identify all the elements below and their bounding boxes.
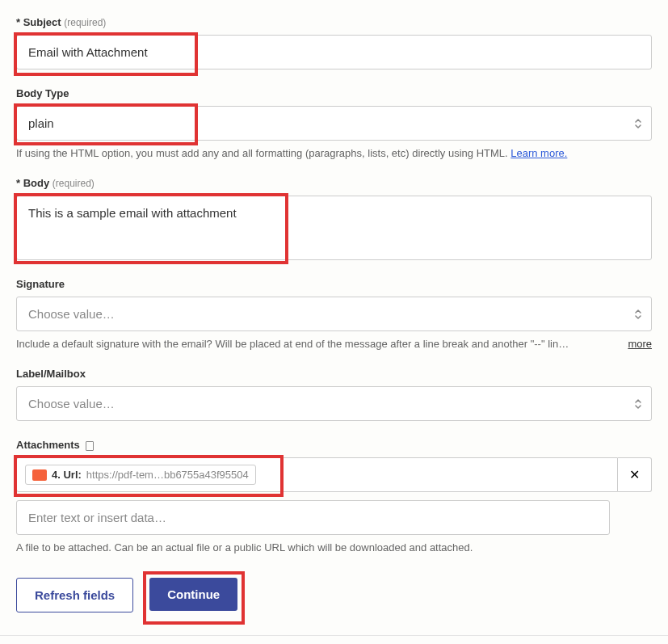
attachments-label: Attachments — [16, 439, 652, 451]
attachments-field-group: Attachments 4. Url: https://pdf-tem…bb67… — [16, 439, 652, 554]
signature-select[interactable]: Choose value… — [16, 297, 652, 331]
required-hint: (required) — [53, 178, 95, 189]
body-type-select[interactable]: plain — [16, 106, 652, 141]
signature-label: Signature — [16, 278, 652, 290]
continue-button[interactable]: Continue — [149, 578, 237, 611]
attachment-pill-prefix: 4. Url: — [52, 469, 82, 481]
body-type-help: If using the HTML option, you must add a… — [16, 147, 652, 159]
signature-help-row: Include a default signature with the ema… — [16, 338, 652, 350]
required-asterisk: * — [16, 177, 20, 189]
body-label-text: Body — [23, 177, 50, 189]
label-mailbox-select-wrapper: Choose value… — [16, 386, 652, 421]
attachment-pill[interactable]: 4. Url: https://pdf-tem…bb6755a43f95504 — [25, 465, 256, 485]
subject-field-group: * Subject (required) Email with Attachme… — [16, 16, 652, 69]
refresh-fields-button[interactable]: Refresh fields — [16, 578, 133, 612]
required-hint: (required) — [64, 17, 106, 28]
subject-label: * Subject (required) — [16, 16, 652, 28]
file-icon — [86, 441, 94, 451]
body-textarea[interactable]: This is a sample email with attachment — [16, 196, 652, 260]
label-mailbox-label: Label/Mailbox — [16, 368, 652, 380]
attachments-label-text: Attachments — [16, 439, 80, 451]
body-field-group: * Body (required) This is a sample email… — [16, 177, 652, 260]
remove-attachment-button[interactable]: ✕ — [618, 457, 652, 492]
subject-highlight: Email with Attachment — [16, 35, 652, 69]
button-row: Refresh fields Continue — [16, 578, 652, 612]
body-highlight: This is a sample email with attachment — [16, 196, 652, 260]
continue-highlight: Continue — [149, 578, 237, 612]
learn-more-link[interactable]: Learn more. — [510, 147, 567, 159]
attachments-help-text: A file to be attached. Can be an actual … — [16, 541, 652, 554]
subject-label-text: Subject — [23, 16, 61, 28]
label-mailbox-field-group: Label/Mailbox Choose value… — [16, 368, 652, 421]
pdf-icon — [32, 469, 47, 481]
body-type-help-text: If using the HTML option, you must add a… — [16, 147, 510, 159]
subject-input[interactable]: Email with Attachment — [16, 35, 652, 69]
label-mailbox-select[interactable]: Choose value… — [16, 386, 652, 421]
body-type-field-group: Body Type plain If using the HTML option… — [16, 87, 652, 159]
divider — [0, 635, 668, 636]
attachment-pill-url: https://pdf-tem…bb6755a43f95504 — [86, 469, 249, 481]
close-icon: ✕ — [629, 467, 640, 482]
attachment-extra-input[interactable]: Enter text or insert data… — [16, 500, 610, 535]
signature-field-group: Signature Choose value… Include a defaul… — [16, 278, 652, 350]
attachment-highlight: 4. Url: https://pdf-tem…bb6755a43f95504 — [16, 457, 618, 492]
body-type-label: Body Type — [16, 87, 652, 99]
signature-select-wrapper: Choose value… — [16, 297, 652, 331]
attachment-input[interactable]: 4. Url: https://pdf-tem…bb6755a43f95504 — [16, 457, 618, 492]
attachment-row: 4. Url: https://pdf-tem…bb6755a43f95504 … — [16, 457, 652, 492]
body-label: * Body (required) — [16, 177, 652, 189]
signature-more-link[interactable]: more — [628, 338, 652, 350]
body-type-highlight: plain — [16, 106, 652, 141]
signature-help-text: Include a default signature with the ema… — [16, 338, 569, 350]
required-asterisk: * — [16, 16, 20, 28]
